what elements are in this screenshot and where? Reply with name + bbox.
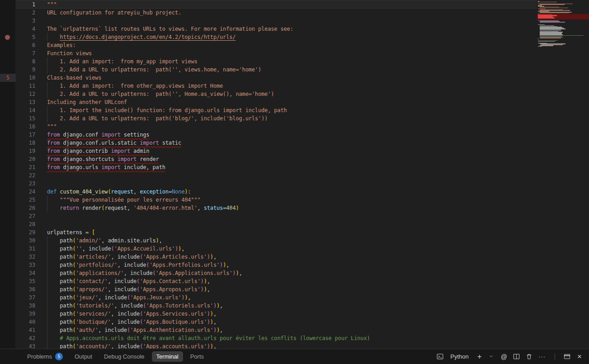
line-number[interactable]: 20 — [16, 155, 35, 163]
code-line[interactable]: 20from django.shortcuts import render — [16, 155, 537, 163]
line-number[interactable]: 35 — [16, 277, 35, 285]
line-number[interactable]: 17 — [16, 131, 35, 139]
code-line[interactable]: 39 path('services/', include('Apps.Servi… — [16, 310, 537, 318]
line-number[interactable]: 19 — [16, 147, 35, 155]
line-number[interactable]: 37 — [16, 293, 35, 302]
line-number[interactable]: 7 — [16, 49, 35, 57]
code-line[interactable]: 6Examples: — [16, 41, 537, 49]
code-line[interactable]: 2URL configuration for atreyiu_hub proje… — [16, 9, 537, 17]
line-number[interactable]: 6 — [16, 41, 35, 49]
line-number[interactable]: 14 — [16, 106, 35, 114]
line-number[interactable]: 9 — [16, 66, 35, 74]
code-line[interactable]: 33 path('portfolios/', include('Apps.Por… — [16, 261, 537, 269]
line-number[interactable]: 8 — [16, 57, 35, 66]
code-line[interactable]: 31 path('', include('Apps.Accueil.urls')… — [16, 245, 537, 253]
minimap[interactable] — [537, 0, 589, 349]
line-number[interactable]: 10 — [16, 74, 35, 82]
panel-tab-output[interactable]: Output — [70, 351, 97, 362]
code-editor[interactable]: 1"""2URL configuration for atreyiu_hub p… — [16, 0, 537, 349]
code-line[interactable]: 34 path('applications/', include('Apps.A… — [16, 269, 537, 277]
line-number[interactable]: 13 — [16, 98, 35, 106]
code-line[interactable]: 29urlpatterns = [ — [16, 228, 537, 236]
line-number[interactable]: 29 — [16, 228, 35, 236]
code-line[interactable]: 19from django.contrib import admin — [16, 147, 537, 155]
code-line[interactable]: 16""" — [16, 123, 537, 131]
line-number[interactable]: 41 — [16, 326, 35, 334]
code-line[interactable]: 40 path('boutique/', include('Apps.Bouti… — [16, 318, 537, 326]
code-line[interactable]: 25 """Vue personnalisée pour les erreurs… — [16, 196, 537, 204]
line-number[interactable]: 16 — [16, 123, 35, 131]
code-line[interactable]: 28 — [16, 220, 537, 228]
line-number[interactable]: 21 — [16, 163, 35, 171]
plus-icon[interactable]: + — [476, 353, 483, 361]
code-line[interactable]: 8 1. Add an import: from my_app import v… — [16, 57, 537, 66]
line-number[interactable]: 12 — [16, 90, 35, 98]
panel-tab-debug-console[interactable]: Debug Console — [99, 351, 149, 362]
panel-tab-ports[interactable]: Ports — [186, 351, 208, 362]
line-number[interactable]: 39 — [16, 310, 35, 318]
line-number[interactable]: 1 — [16, 0, 35, 9]
code-line[interactable]: 22 — [16, 171, 537, 180]
code-line[interactable]: 9 2. Add a URL to urlpatterns: path('', … — [16, 66, 537, 74]
chevron-down-icon[interactable] — [489, 353, 495, 361]
line-number[interactable]: 3 — [16, 17, 35, 25]
panel-tab-problems[interactable]: Problems5 — [23, 351, 67, 362]
line-number[interactable]: 42 — [16, 334, 35, 342]
line-number[interactable]: 34 — [16, 269, 35, 277]
line-number[interactable]: 31 — [16, 245, 35, 253]
code-line[interactable]: 14 1. Import the include() function: fro… — [16, 106, 537, 114]
code-line[interactable]: 35 path('contact/', include('Apps.Contac… — [16, 277, 537, 285]
line-number[interactable]: 33 — [16, 261, 35, 269]
code-line[interactable]: 23 — [16, 180, 537, 188]
code-line[interactable]: 24def custom_404_view(request, exception… — [16, 188, 537, 196]
line-number[interactable]: 43 — [16, 342, 35, 349]
line-number[interactable]: 25 — [16, 196, 35, 204]
code-line[interactable]: 4The `urlpatterns` list routes URLs to v… — [16, 25, 537, 33]
code-line[interactable]: 13Including another URLconf — [16, 98, 537, 106]
code-line[interactable]: 10Class-based views — [16, 74, 537, 82]
code-line[interactable]: 27 — [16, 212, 537, 220]
line-number[interactable]: 40 — [16, 318, 35, 326]
problems-count-badge[interactable]: 5 — [0, 74, 16, 82]
code-line[interactable]: 1""" — [16, 0, 537, 9]
line-number[interactable]: 11 — [16, 82, 35, 90]
code-line[interactable]: 17from django.conf import settings — [16, 131, 537, 139]
line-number[interactable]: 27 — [16, 212, 35, 220]
line-number[interactable]: 5 — [16, 33, 35, 41]
maximize-panel-icon[interactable] — [564, 353, 570, 361]
line-number[interactable]: 22 — [16, 171, 35, 180]
code-line[interactable]: 12 2. Add a URL to urlpatterns: path('',… — [16, 90, 537, 98]
code-line[interactable]: 43 path('accounts/', include('Apps.accou… — [16, 342, 537, 349]
code-line[interactable]: 30 path('admin/', admin.site.urls), — [16, 236, 537, 245]
line-number[interactable]: 26 — [16, 204, 35, 212]
code-line[interactable]: 37 path('jeux/', include('Apps.Jeux.urls… — [16, 293, 537, 302]
line-number[interactable]: 2 — [16, 9, 35, 17]
code-line[interactable]: 5 https://docs.djangoproject.com/en/4.2/… — [16, 33, 537, 41]
at-sign-icon[interactable]: @ — [501, 353, 507, 361]
code-line[interactable]: 32 path('articles/', include('Apps.Artic… — [16, 253, 537, 261]
code-line[interactable]: 26 return render(request, '404/404-error… — [16, 204, 537, 212]
line-number[interactable]: 30 — [16, 236, 35, 245]
line-number[interactable]: 24 — [16, 188, 35, 196]
code-line[interactable]: 36 path('apropos/', include('Apps.Apropo… — [16, 285, 537, 293]
code-line[interactable]: 3 — [16, 17, 537, 25]
line-number[interactable]: 23 — [16, 180, 35, 188]
breakpoint-dot[interactable] — [5, 35, 10, 40]
line-number[interactable]: 28 — [16, 220, 35, 228]
line-number[interactable]: 32 — [16, 253, 35, 261]
close-panel-icon[interactable]: × — [576, 353, 583, 361]
code-line[interactable]: 38 path('tutoriels/', include('Apps.Tuto… — [16, 302, 537, 310]
line-number[interactable]: 4 — [16, 25, 35, 33]
kill-terminal-icon[interactable] — [526, 353, 532, 361]
split-terminal-icon[interactable] — [513, 353, 520, 361]
code-line[interactable]: 41 path('auth/', include('Apps.Authentic… — [16, 326, 537, 334]
line-number[interactable]: 38 — [16, 302, 35, 310]
code-line[interactable]: 18from django.conf.urls.static import st… — [16, 139, 537, 147]
code-line[interactable]: 15 2. Add a URL to urlpatterns: path('bl… — [16, 114, 537, 123]
code-line[interactable]: 11 1. Add an import: from other_app.view… — [16, 82, 537, 90]
line-number[interactable]: 15 — [16, 114, 35, 123]
line-number[interactable]: 18 — [16, 139, 35, 147]
code-line[interactable]: 21from django.urls import include, path — [16, 163, 537, 171]
panel-tab-terminal[interactable]: Terminal — [152, 351, 183, 362]
code-line[interactable]: 7Function views — [16, 49, 537, 57]
